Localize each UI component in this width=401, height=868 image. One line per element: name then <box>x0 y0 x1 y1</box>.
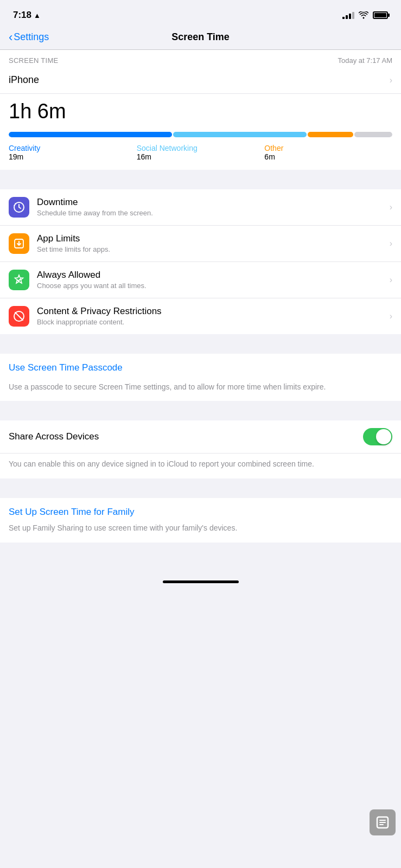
downtime-subtitle: Schedule time away from the screen. <box>37 209 390 217</box>
category-creativity: Creativity 19m <box>9 144 137 161</box>
category-labels: Creativity 19m Social Networking 16m Oth… <box>0 141 401 170</box>
progress-bar <box>9 132 392 137</box>
share-devices-toggle[interactable] <box>363 428 392 445</box>
content-privacy-icon-svg <box>13 310 25 322</box>
share-devices-section: Share Across Devices You can enable this… <box>0 420 401 478</box>
nav-bar: ‹ Settings Screen Time <box>0 27 401 50</box>
passcode-link[interactable]: Use Screen Time Passcode <box>0 354 401 382</box>
status-icons <box>342 11 388 19</box>
share-devices-label: Share Across Devices <box>9 431 99 442</box>
battery-icon <box>373 11 388 19</box>
downtime-icon-svg <box>13 201 25 213</box>
section-spacer-1 <box>0 170 401 189</box>
status-time: 7:18 ▲ <box>13 10 41 21</box>
screen-time-header: SCREEN TIME Today at 7:17 AM <box>0 50 401 67</box>
back-label: Settings <box>14 31 49 43</box>
signal-icon <box>342 11 354 19</box>
content-privacy-subtitle: Block inappropriate content. <box>37 318 390 326</box>
downtime-text: Downtime Schedule time away from the scr… <box>37 197 390 217</box>
location-icon: ▲ <box>34 11 41 20</box>
always-allowed-text: Always Allowed Choose apps you want at a… <box>37 270 390 290</box>
section-spacer-3 <box>0 401 401 420</box>
screen-time-section: SCREEN TIME Today at 7:17 AM iPhone › 1h… <box>0 50 401 170</box>
status-bar: 7:18 ▲ <box>0 0 401 27</box>
time-text: 7:18 <box>13 10 31 21</box>
home-bar <box>163 580 239 583</box>
chevron-right-icon: › <box>390 75 392 85</box>
menu-item-content-privacy[interactable]: Content & Privacy Restrictions Block ina… <box>0 298 401 334</box>
social-bar <box>173 132 306 137</box>
app-limits-icon <box>9 233 29 254</box>
always-allowed-subtitle: Choose apps you want at all times. <box>37 282 390 290</box>
app-limits-icon-svg <box>13 238 25 250</box>
category-social: Social Networking 16m <box>137 144 265 161</box>
downtime-icon <box>9 197 29 218</box>
share-devices-row: Share Across Devices <box>0 420 401 453</box>
family-description: Set up Family Sharing to use screen time… <box>0 521 401 542</box>
app-limits-title: App Limits <box>37 233 390 244</box>
back-button[interactable]: ‹ Settings <box>9 31 49 43</box>
downtime-title: Downtime <box>37 197 390 208</box>
usage-total: 1h 6m <box>9 100 392 123</box>
section-label: SCREEN TIME <box>9 56 58 65</box>
content-privacy-title: Content & Privacy Restrictions <box>37 306 390 317</box>
app-limits-subtitle: Set time limits for apps. <box>37 245 390 253</box>
watermark-button <box>370 809 396 835</box>
iphone-row[interactable]: iPhone › <box>0 67 401 94</box>
passcode-description: Use a passcode to secure Screen Time set… <box>0 382 401 401</box>
always-allowed-icon-svg <box>13 274 25 286</box>
always-allowed-title: Always Allowed <box>37 270 390 280</box>
svg-line-3 <box>15 312 23 320</box>
family-section: Set Up Screen Time for Family Set up Fam… <box>0 498 401 542</box>
passcode-section: Use Screen Time Passcode Use a passcode … <box>0 354 401 401</box>
content-privacy-text: Content & Privacy Restrictions Block ina… <box>37 306 390 326</box>
category-other: Other 6m <box>264 144 392 161</box>
other-bar <box>308 132 353 137</box>
share-devices-description: You can enable this on any device signed… <box>0 453 401 478</box>
family-link[interactable]: Set Up Screen Time for Family <box>0 498 401 521</box>
back-chevron-icon: ‹ <box>9 31 12 43</box>
usage-total-display: 1h 6m <box>0 94 401 127</box>
wifi-icon <box>359 11 368 19</box>
menu-item-app-limits[interactable]: App Limits Set time limits for apps. › <box>0 226 401 262</box>
section-spacer-4 <box>0 478 401 498</box>
content-privacy-icon <box>9 306 29 327</box>
device-name: iPhone <box>9 74 39 86</box>
always-allowed-icon <box>9 270 29 290</box>
home-indicator <box>0 575 401 586</box>
section-spacer-2 <box>0 334 401 354</box>
toggle-knob <box>376 429 391 444</box>
app-limits-chevron-icon: › <box>390 239 392 248</box>
app-limits-text: App Limits Set time limits for apps. <box>37 233 390 253</box>
nav-title: Screen Time <box>171 31 230 43</box>
menu-item-always-allowed[interactable]: Always Allowed Choose apps you want at a… <box>0 262 401 298</box>
section-spacer-5 <box>0 542 401 575</box>
grey-bar <box>354 132 392 137</box>
section-timestamp: Today at 7:17 AM <box>338 56 392 65</box>
creativity-bar <box>9 132 172 137</box>
downtime-chevron-icon: › <box>390 202 392 212</box>
content-privacy-chevron-icon: › <box>390 311 392 321</box>
progress-bar-container <box>0 127 401 141</box>
menu-section: Downtime Schedule time away from the scr… <box>0 189 401 334</box>
menu-item-downtime[interactable]: Downtime Schedule time away from the scr… <box>0 189 401 226</box>
always-allowed-chevron-icon: › <box>390 275 392 285</box>
